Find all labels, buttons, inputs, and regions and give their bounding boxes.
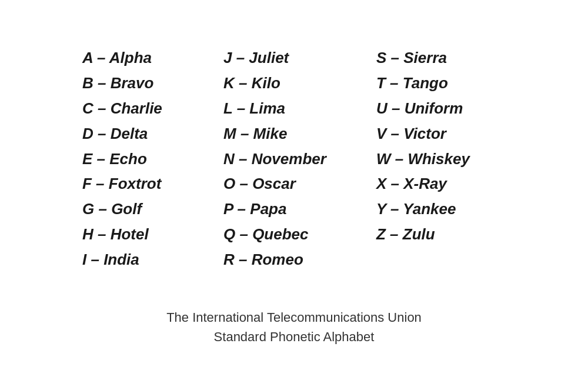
alphabet-item-s: S – Sierra xyxy=(376,45,506,71)
alphabet-item-n: N – November xyxy=(223,146,365,172)
alphabet-item-l: L – Lima xyxy=(223,96,365,121)
alphabet-item-d: D – Delta xyxy=(82,121,212,146)
alphabet-item-v: V – Victor xyxy=(376,121,506,146)
column-1: A – AlphaB – BravoC – CharlieD – DeltaE … xyxy=(82,45,212,272)
alphabet-item-w: W – Whiskey xyxy=(376,146,506,172)
alphabet-item-y: Y – Yankee xyxy=(376,196,506,222)
column-2: J – JulietK – KiloL – LimaM – MikeN – No… xyxy=(223,45,365,272)
alphabet-item-k: K – Kilo xyxy=(223,71,365,96)
alphabet-item-z: Z – Zulu xyxy=(376,222,506,247)
alphabet-grid: A – AlphaB – BravoC – CharlieD – DeltaE … xyxy=(59,34,529,284)
alphabet-item-x: X – X-Ray xyxy=(376,171,506,196)
alphabet-item-i: I – India xyxy=(82,247,212,272)
alphabet-item-e: E – Echo xyxy=(82,146,212,172)
subtitle: The International Telecommunications Uni… xyxy=(166,308,422,346)
alphabet-item-q: Q – Quebec xyxy=(223,222,365,247)
alphabet-item-t: T – Tango xyxy=(376,71,506,96)
alphabet-item-o: O – Oscar xyxy=(223,171,365,196)
column-3: S – SierraT – TangoU – UniformV – Victor… xyxy=(376,45,506,272)
alphabet-item-m: M – Mike xyxy=(223,121,365,146)
alphabet-item-j: J – Juliet xyxy=(223,45,365,71)
alphabet-item-g: G – Golf xyxy=(82,196,212,222)
alphabet-item-h: H – Hotel xyxy=(82,222,212,247)
subtitle-line2: Standard Phonetic Alphabet xyxy=(166,327,422,346)
alphabet-item-r: R – Romeo xyxy=(223,247,365,272)
alphabet-item-c: C – Charlie xyxy=(82,96,212,121)
alphabet-item-p: P – Papa xyxy=(223,196,365,222)
alphabet-item-a: A – Alpha xyxy=(82,45,212,71)
alphabet-item-u: U – Uniform xyxy=(376,96,506,121)
alphabet-item-b: B – Bravo xyxy=(82,71,212,96)
subtitle-line1: The International Telecommunications Uni… xyxy=(166,308,422,327)
alphabet-item-f: F – Foxtrot xyxy=(82,171,212,196)
